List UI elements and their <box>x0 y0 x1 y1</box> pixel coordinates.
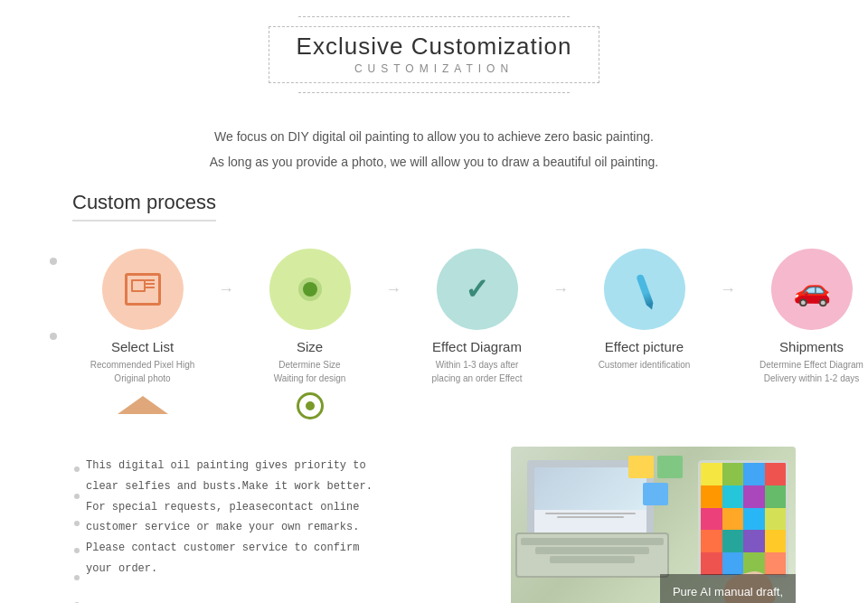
mountain-icon <box>127 401 159 414</box>
side-dot-4 <box>74 548 80 553</box>
step5-desc: Determine Effect Diagram Delivery within… <box>760 358 863 385</box>
step2-label: Size <box>297 339 323 354</box>
arrow-2: → <box>380 249 407 299</box>
side-dot-1 <box>74 466 80 472</box>
step5-circle: 🚗 <box>771 249 853 330</box>
pen-icon <box>636 273 653 306</box>
step4-label: Effect picture <box>605 339 684 354</box>
step1-desc: Recommended Pixel High Original photo <box>90 358 195 385</box>
process-step-5: 🚗 Shipments Determine Effect Diagram Del… <box>741 249 868 385</box>
process-step-1: Select List Recommended Pixel High Origi… <box>72 249 212 385</box>
image-panel: Pure AI manual draft, subdivide color bl… <box>511 447 796 603</box>
step1-label: Select List <box>111 339 174 354</box>
mountain-icon-container <box>72 398 212 414</box>
sticky-note-1 <box>628 456 654 478</box>
side-dot-5 <box>74 575 80 580</box>
header-border-box: Exclusive Customization CUSTOMIZATION <box>269 26 600 83</box>
step3-desc: Within 1-3 days after placing an order E… <box>432 358 523 385</box>
color-swatches <box>698 460 788 578</box>
checkmark-icon: ✓ <box>465 272 489 306</box>
bottom-left: This digital oil painting gives priority… <box>72 447 484 603</box>
gear-icon-container <box>240 392 380 419</box>
step3-circle: ✓ <box>437 249 518 330</box>
arrow-3: → <box>547 249 574 299</box>
step3-label: Effect Diagram <box>432 339 522 354</box>
step4-desc: Customer identification <box>599 358 691 372</box>
side-dots <box>72 447 81 603</box>
sticky-note-2 <box>657 456 683 478</box>
side-dot-2 <box>74 494 80 499</box>
side-dot <box>50 258 57 265</box>
image-caption: Pure AI manual draft, subdivide color bl… <box>660 574 796 603</box>
process-step-3: ✓ Effect Diagram Within 1-3 days after p… <box>407 249 547 385</box>
select-list-icon <box>125 273 161 306</box>
paragraph-text: This digital oil painting gives priority… <box>86 456 484 579</box>
description-line1: We focus on DIY digital oil painting to … <box>0 124 868 149</box>
bottom-section: This digital oil painting gives priority… <box>0 429 868 603</box>
gear-icon <box>297 392 324 419</box>
header-section: Exclusive Customization CUSTOMIZATION <box>0 0 868 104</box>
page-subtitle: CUSTOMIZATION <box>297 62 572 75</box>
step2-desc: Determine Size Waiting for design <box>274 358 346 385</box>
car-icon: 🚗 <box>793 271 831 307</box>
page-title: Exclusive Customization <box>297 33 572 61</box>
process-step-2: Size Determine Size Waiting for design <box>240 249 380 385</box>
caption-line1: Pure AI manual draft, <box>673 585 783 598</box>
header-border-top <box>298 16 570 17</box>
step5-label: Shipments <box>779 339 844 354</box>
header-border-bottom <box>298 92 570 93</box>
description-line2: As long as you provide a photo, we will … <box>0 149 868 174</box>
section-title: Custom process <box>72 191 216 221</box>
process-step-4: Effect picture Customer identification <box>574 249 714 372</box>
custom-process-section: Custom process Select List Recommended P… <box>0 174 868 419</box>
side-dot <box>50 333 57 340</box>
process-row: Select List Recommended Pixel High Origi… <box>72 249 796 385</box>
arrow-4: → <box>714 249 741 299</box>
sticky-note-3 <box>643 483 668 505</box>
gear-inner <box>306 401 315 410</box>
side-dot-3 <box>74 521 80 526</box>
process-icons-row <box>72 392 796 419</box>
description: We focus on DIY digital oil painting to … <box>0 124 868 174</box>
step1-circle <box>102 249 184 330</box>
keyboard <box>515 532 669 578</box>
arrow-1: → <box>212 249 240 299</box>
step4-circle <box>604 249 685 330</box>
size-icon <box>303 282 317 297</box>
step2-circle <box>269 249 351 330</box>
